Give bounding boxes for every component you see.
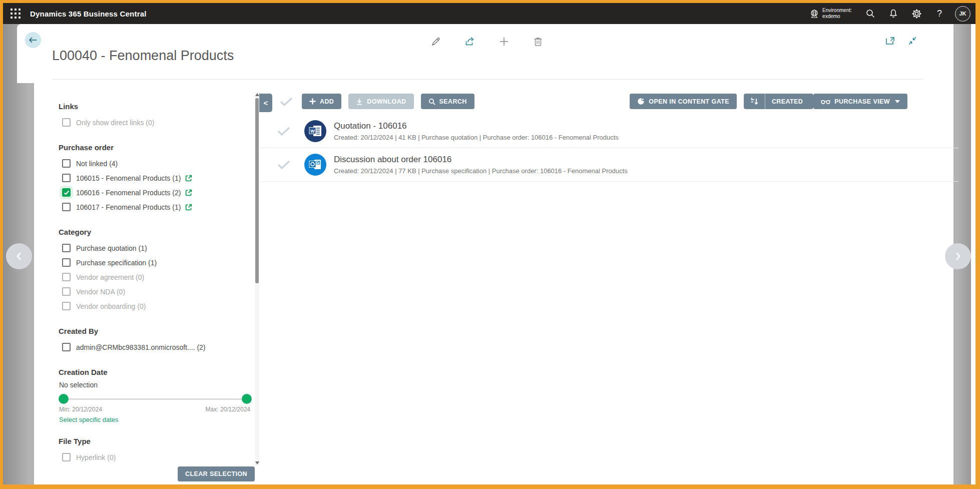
search-files-button[interactable]: SEARCH <box>421 94 474 109</box>
external-link-icon[interactable] <box>185 203 193 211</box>
checkbox[interactable] <box>62 159 71 168</box>
file-title[interactable]: Discussion about order 106016 <box>334 155 628 165</box>
next-record-button[interactable] <box>945 243 971 269</box>
filter-checkbox-item[interactable]: 106017 - Fenomenal Products (1) <box>59 200 252 214</box>
filter-checkbox-item[interactable]: Hyperlink (0) <box>59 450 252 464</box>
clear-selection-button[interactable]: CLEAR SELECTION <box>178 466 255 481</box>
checkbox[interactable] <box>62 203 71 211</box>
back-button[interactable] <box>25 32 41 48</box>
share-icon[interactable] <box>463 35 476 48</box>
globe-icon <box>809 9 819 19</box>
filter-heading-creation-date: Creation Date <box>59 368 252 376</box>
checkbox[interactable] <box>62 287 71 296</box>
slider-handle-max[interactable] <box>242 394 252 404</box>
file-meta: Created: 20/12/2024 | 41 KB | Purchase q… <box>334 134 619 141</box>
external-link-icon[interactable] <box>185 189 193 197</box>
scrollbar-thumb[interactable] <box>255 98 259 283</box>
creation-date-range-labels: Min: 20/12/2024 Max: 20/12/2024 <box>59 406 250 413</box>
checkbox[interactable] <box>62 244 71 252</box>
edit-pencil-icon[interactable] <box>429 35 442 48</box>
filter-checkbox-item[interactable]: Purchase quotation (1) <box>59 241 252 255</box>
filter-checkbox-item[interactable]: Not linked (4) <box>59 156 252 171</box>
view-dropdown-button[interactable]: PURCHASE VIEW <box>813 94 907 109</box>
collapse-view-icon[interactable] <box>907 36 918 47</box>
environment-badge[interactable]: Environment: exdemo <box>809 8 852 20</box>
filter-item-label: 106016 - Fenomenal Products (2) <box>76 189 181 197</box>
filter-heading-created-by: Created By <box>59 327 252 335</box>
checkbox[interactable] <box>62 453 71 461</box>
row-select-checkmark[interactable] <box>275 159 292 171</box>
filter-scrollbar[interactable] <box>255 92 259 465</box>
checkbox[interactable] <box>62 118 71 127</box>
sort-icon <box>750 98 758 105</box>
filter-checkbox-item[interactable]: 106015 - Fenomenal Products (1) <box>59 171 252 185</box>
filter-group-links: Only show direct links (0) <box>59 115 252 130</box>
filter-checkbox-item[interactable]: Only show direct links (0) <box>59 115 252 130</box>
settings-gear-icon[interactable] <box>907 5 926 22</box>
file-row[interactable]: W Discussion about order 106016 Created:… <box>261 148 958 182</box>
environment-name: exdemo <box>822 14 852 20</box>
app-launcher-waffle-icon[interactable] <box>7 5 24 22</box>
previous-record-button[interactable] <box>6 243 32 269</box>
filter-checkbox-item[interactable]: Purchase specification (1) <box>59 255 252 270</box>
filter-item-label: Vendor NDA (0) <box>76 288 125 296</box>
slider-track <box>60 398 250 400</box>
checkbox[interactable] <box>62 343 71 351</box>
notifications-bell-icon[interactable] <box>884 5 903 22</box>
select-all-checkmark[interactable] <box>278 96 295 108</box>
app-title[interactable]: Dynamics 365 Business Central <box>30 10 147 18</box>
page-area: L00040 - Fenomenal Products <box>3 24 975 484</box>
open-in-content-gate-button[interactable]: OPEN IN CONTENT GATE <box>630 94 737 109</box>
svg-text:W: W <box>310 129 315 134</box>
delete-trash-icon[interactable] <box>532 35 545 48</box>
filter-checkbox-item[interactable]: Vendor agreement (0) <box>59 270 252 284</box>
sort-field-dropdown[interactable]: CREATED <box>765 94 813 109</box>
filter-checkbox-item[interactable]: admin@CRMbc983381.onmicrosoft.... (2) <box>59 340 252 354</box>
open-in-new-window-icon[interactable] <box>885 36 896 47</box>
back-arrow-icon <box>29 37 38 44</box>
checkbox[interactable] <box>62 258 71 267</box>
creation-date-max: Max: 20/12/2024 <box>206 406 250 413</box>
row-select-checkmark[interactable] <box>275 125 292 137</box>
filter-checkbox-item[interactable]: 106016 - Fenomenal Products (2) <box>59 185 252 200</box>
file-list: W Quotation - 106016 Created: 20/12/2024… <box>261 115 958 182</box>
record-action-icons <box>429 35 545 48</box>
file-title[interactable]: Quotation - 106016 <box>334 121 619 131</box>
download-button[interactable]: DOWNLOAD <box>348 94 413 109</box>
file-row[interactable]: W Quotation - 106016 Created: 20/12/2024… <box>261 115 958 148</box>
select-specific-dates-link[interactable]: Select specific dates <box>59 416 252 423</box>
page-window-icons <box>885 36 918 47</box>
filter-checkbox-item[interactable]: Vendor onboarding (0) <box>59 299 252 313</box>
add-plus-icon[interactable] <box>498 35 511 48</box>
file-meta: Created: 20/12/2024 | 77 KB | Purchase s… <box>334 167 628 175</box>
sort-direction-button[interactable] <box>744 94 765 109</box>
external-link-icon[interactable] <box>185 174 193 182</box>
creation-date-min: Min: 20/12/2024 <box>59 406 102 413</box>
glasses-icon <box>821 99 830 105</box>
command-right-group: OPEN IN CONTENT GATE CREATED <box>630 94 907 109</box>
filter-group-category: Purchase quotation (1) Purchase specific… <box>59 241 252 313</box>
search-icon[interactable] <box>861 5 880 22</box>
scrollbar-up-arrow[interactable] <box>255 93 259 96</box>
filter-checkbox-item[interactable]: Vendor NDA (0) <box>59 284 252 299</box>
checkbox[interactable] <box>62 302 71 310</box>
creation-date-status: No selection <box>59 381 252 389</box>
filter-item-label: admin@CRMbc983381.onmicrosoft.... (2) <box>76 343 206 351</box>
add-button[interactable]: ADD <box>302 94 341 109</box>
chevron-right-icon <box>954 251 961 261</box>
checkbox[interactable] <box>62 273 71 281</box>
user-avatar[interactable]: JK <box>955 6 970 22</box>
collapse-filter-panel-button[interactable]: < <box>259 94 272 112</box>
word-file-icon: W <box>304 120 326 142</box>
sort-split-button: CREATED <box>744 94 813 109</box>
slider-handle-min[interactable] <box>59 394 69 404</box>
checkbox[interactable] <box>62 188 71 197</box>
filter-group-purchase-order: Not linked (4) 106015 - Fenomenal Produc… <box>59 156 252 214</box>
download-icon <box>356 98 363 105</box>
help-icon[interactable]: ? <box>930 5 949 22</box>
environment-label: Environment: <box>822 8 852 14</box>
filter-group-file-type: Hyperlink (0) Microsoft Outlook (1) <box>59 450 252 464</box>
checkbox[interactable] <box>62 174 71 182</box>
scrollbar-down-arrow[interactable] <box>255 461 259 464</box>
top-app-bar: Dynamics 365 Business Central Environmen… <box>3 3 975 24</box>
